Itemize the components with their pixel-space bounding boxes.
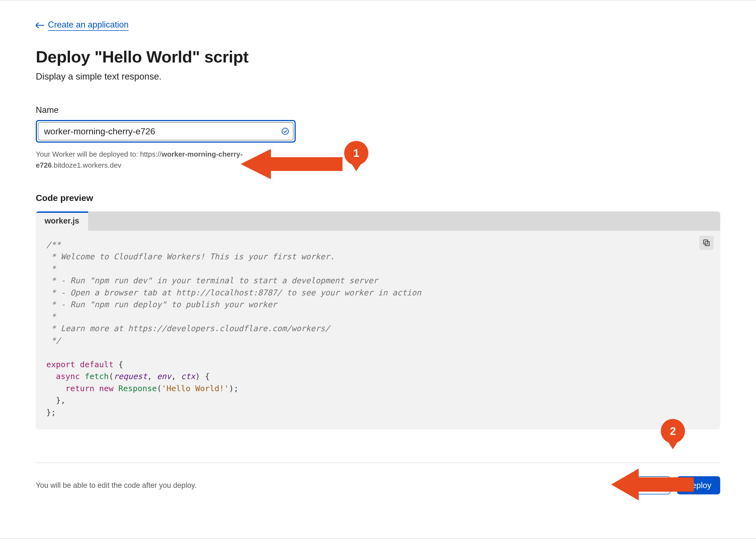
svg-point-0 — [282, 128, 288, 134]
copy-icon — [703, 239, 710, 247]
name-input-wrap — [36, 120, 296, 143]
copy-button[interactable] — [699, 236, 714, 250]
page-title: Deploy "Hello World" script — [36, 47, 720, 66]
code-preview-title: Code preview — [36, 193, 720, 203]
svg-rect-1 — [705, 241, 709, 246]
name-label: Name — [36, 105, 720, 115]
cancel-button[interactable]: Cancel — [627, 476, 670, 495]
svg-rect-2 — [704, 240, 708, 244]
code-block: /** * Welcome to Cloudflare Workers! Thi… — [36, 231, 720, 430]
back-link-label: Create an application — [48, 20, 128, 31]
code-panel: worker.js /** * Welcome to Cloudflare Wo… — [36, 211, 720, 430]
page-subtitle: Display a simple text response. — [36, 71, 720, 82]
check-circle-icon — [281, 127, 289, 135]
code-tabs: worker.js — [36, 211, 720, 231]
footer: You will be able to edit the code after … — [36, 462, 720, 530]
footer-note: You will be able to edit the code after … — [36, 481, 196, 490]
back-link[interactable]: Create an application — [36, 20, 128, 31]
tab-worker-js[interactable]: worker.js — [36, 211, 88, 231]
arrow-left-icon — [36, 23, 44, 28]
name-input[interactable] — [43, 126, 288, 137]
tab-label: worker.js — [44, 216, 79, 225]
name-hint: Your Worker will be deployed to: https:/… — [36, 149, 245, 171]
deploy-button[interactable]: Deploy — [677, 476, 720, 495]
